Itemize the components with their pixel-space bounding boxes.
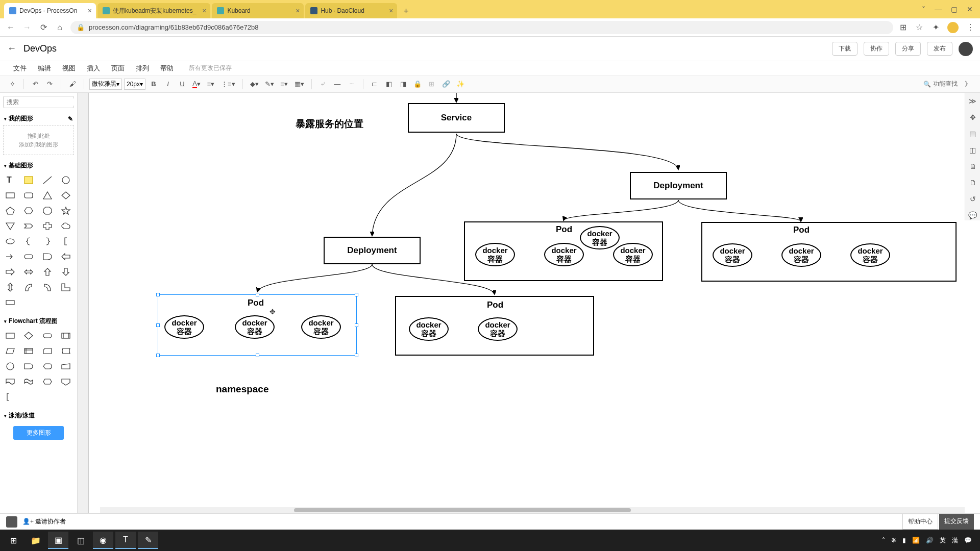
align-icon[interactable]: ≡▾ bbox=[205, 78, 217, 90]
shape-cloud[interactable] bbox=[59, 220, 73, 232]
shape-trapezoid-down[interactable] bbox=[3, 220, 17, 232]
shape-fc-terminator[interactable] bbox=[40, 330, 55, 342]
shape-arrow-thin[interactable] bbox=[3, 251, 17, 263]
collab-button[interactable]: 协作 bbox=[864, 42, 889, 56]
shape-fc-predefined[interactable] bbox=[59, 330, 73, 342]
install-icon[interactable]: ⊞ bbox=[898, 23, 908, 32]
horizontal-scrollbar[interactable] bbox=[100, 507, 965, 513]
lock-icon[interactable]: 🔒 bbox=[411, 78, 424, 90]
window-dropdown-icon[interactable]: ˅ bbox=[922, 5, 925, 13]
feedback-button[interactable]: 提交反馈 bbox=[939, 514, 974, 530]
node-docker[interactable]: docker容器 bbox=[478, 317, 518, 341]
tab-item[interactable]: Hub · DaoCloud × bbox=[305, 3, 397, 18]
window-minimize-icon[interactable]: — bbox=[935, 5, 942, 13]
bold-icon[interactable]: B bbox=[148, 78, 160, 90]
close-icon[interactable]: × bbox=[88, 7, 92, 15]
avatar[interactable] bbox=[959, 42, 973, 56]
label-namespace[interactable]: namespace bbox=[216, 384, 269, 395]
shape-and-gate[interactable] bbox=[40, 251, 55, 263]
shape-fc-manual[interactable] bbox=[59, 360, 73, 372]
node-pod[interactable]: Pod docker容器 docker容器 docker容器 docker容器 bbox=[464, 221, 663, 281]
node-pod[interactable]: Pod docker容器 docker容器 bbox=[395, 296, 594, 356]
tray-lang[interactable]: 英 bbox=[940, 536, 946, 545]
shape-brace-left[interactable] bbox=[21, 235, 36, 247]
shape-fc-data[interactable] bbox=[3, 345, 17, 357]
rt-page-icon[interactable]: 🗋 bbox=[968, 178, 978, 188]
resize-handle[interactable] bbox=[256, 293, 259, 296]
resize-handle[interactable] bbox=[355, 354, 358, 357]
line-style-icon[interactable]: ≡▾ bbox=[278, 78, 290, 90]
node-docker[interactable]: docker容器 bbox=[475, 243, 515, 266]
shape-fc-connector[interactable] bbox=[3, 360, 17, 372]
resize-handle[interactable] bbox=[355, 323, 358, 327]
shape-chevron[interactable] bbox=[21, 220, 36, 232]
align-left-icon[interactable]: ⊏ bbox=[369, 78, 381, 90]
label-expose[interactable]: 暴露服务的位置 bbox=[296, 117, 363, 131]
tab-item[interactable]: 使用kubeadm安装kubernetes_ × bbox=[97, 3, 210, 18]
shape-fc-document[interactable] bbox=[3, 375, 17, 388]
link-icon[interactable]: 🔗 bbox=[440, 78, 452, 90]
shape-pentagon[interactable] bbox=[3, 205, 17, 217]
font-select[interactable]: 微软雅黑 ▾ bbox=[89, 79, 122, 90]
highlight-icon[interactable]: ✎▾ bbox=[263, 78, 276, 90]
node-docker[interactable]: docker容器 bbox=[409, 317, 449, 341]
node-docker[interactable]: docker容器 bbox=[781, 243, 821, 267]
menu-edit[interactable]: 编辑 bbox=[38, 64, 51, 73]
menu-help[interactable]: 帮助 bbox=[160, 64, 174, 73]
download-button[interactable]: 下载 bbox=[832, 42, 857, 56]
shape-roundrect[interactable] bbox=[21, 189, 36, 202]
fill-color-icon[interactable]: ◆▾ bbox=[248, 78, 261, 90]
app-icon[interactable]: ◫ bbox=[70, 532, 91, 549]
node-docker[interactable]: docker容器 bbox=[613, 243, 653, 266]
menu-view[interactable]: 视图 bbox=[62, 64, 76, 73]
tab-active[interactable]: DevOps - ProcessOn × bbox=[4, 3, 96, 18]
resize-handle[interactable] bbox=[256, 354, 259, 357]
node-service[interactable]: Service bbox=[408, 103, 505, 133]
publish-button[interactable]: 发布 bbox=[927, 42, 952, 56]
magic-icon[interactable]: ✨ bbox=[454, 78, 467, 90]
shape-hexagon[interactable] bbox=[21, 205, 36, 217]
share-button[interactable]: 分享 bbox=[895, 42, 921, 56]
rt-layers-icon[interactable]: ▤ bbox=[968, 129, 978, 139]
shape-capsule[interactable] bbox=[21, 251, 36, 263]
resize-handle[interactable] bbox=[156, 323, 160, 327]
shape-rect[interactable] bbox=[3, 189, 17, 202]
shape-search-input[interactable] bbox=[7, 98, 78, 106]
app-icon[interactable]: T bbox=[115, 532, 136, 549]
shape-diamond[interactable] bbox=[59, 189, 73, 202]
shape-rect2[interactable] bbox=[3, 296, 17, 309]
collab-avatar[interactable] bbox=[6, 516, 17, 528]
profile-icon[interactable] bbox=[947, 22, 959, 33]
shape-arrow-updown[interactable] bbox=[3, 281, 17, 293]
shape-circle[interactable] bbox=[59, 174, 73, 186]
shape-fc-annotation[interactable] bbox=[3, 391, 17, 403]
shape-note[interactable] bbox=[21, 174, 36, 186]
shape-fc-delay[interactable] bbox=[21, 360, 36, 372]
panel-basic-shapes[interactable]: 基础图形 bbox=[3, 159, 74, 172]
shape-arrow-right[interactable] bbox=[3, 266, 17, 278]
tray-app-icon[interactable]: ❋ bbox=[891, 537, 896, 544]
tray-ime[interactable]: 漢 bbox=[952, 536, 958, 545]
tab-item[interactable]: Kuboard × bbox=[212, 3, 304, 18]
chrome-icon[interactable]: ◉ bbox=[93, 532, 113, 549]
panel-my-shapes[interactable]: 我的图形 ✎ bbox=[3, 112, 74, 125]
shape-text[interactable]: T bbox=[3, 174, 17, 186]
tray-notifications-icon[interactable]: 💬 bbox=[964, 537, 972, 544]
shape-arrow-up[interactable] bbox=[40, 266, 55, 278]
extensions-icon[interactable]: ✦ bbox=[931, 23, 940, 32]
invite-collaborator[interactable]: 👤+ 邀请协作者 bbox=[22, 517, 66, 526]
explorer-icon[interactable]: 📁 bbox=[26, 532, 46, 549]
close-icon[interactable]: × bbox=[296, 7, 300, 15]
bookmark-icon[interactable]: ☆ bbox=[915, 23, 924, 32]
expand-icon[interactable]: 》 bbox=[962, 78, 974, 90]
resize-handle[interactable] bbox=[156, 354, 160, 357]
shape-arc[interactable] bbox=[21, 281, 36, 293]
new-tab-button[interactable]: + bbox=[399, 4, 413, 18]
close-icon[interactable]: × bbox=[389, 7, 393, 15]
tray-wifi-icon[interactable]: 📶 bbox=[912, 537, 920, 544]
tray-chevron-icon[interactable]: ˄ bbox=[882, 537, 885, 544]
connector-icon[interactable]: ⤶ bbox=[317, 78, 329, 90]
shape-arrow-left[interactable] bbox=[59, 251, 73, 263]
scrollbar-thumb[interactable] bbox=[294, 508, 631, 512]
shape-fc-card[interactable] bbox=[40, 345, 55, 357]
